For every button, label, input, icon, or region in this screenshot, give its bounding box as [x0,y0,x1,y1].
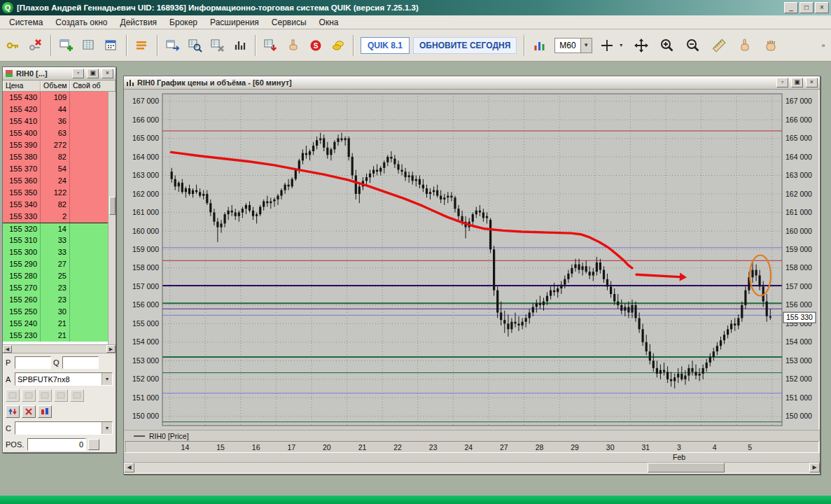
scrollbar-track[interactable] [12,345,106,353]
orderbook-tool-button-3[interactable] [38,389,52,402]
menu-item-2[interactable]: Действия [114,16,164,29]
transactions-table-button[interactable] [260,35,281,56]
menu-item-5[interactable]: Сервисы [265,16,313,29]
position-options-button[interactable] [88,439,99,450]
disconnect-button[interactable] [25,35,46,56]
quotes-list-button[interactable] [132,35,153,56]
column-volume[interactable]: Объем [41,80,70,91]
quik-version-button[interactable]: QUIK 8.1 [361,37,410,54]
pan-chart-button[interactable] [631,35,652,56]
position-input[interactable] [27,438,86,451]
orderbook-vertical-scrollbar[interactable] [108,92,116,344]
minimize-button[interactable]: _ [784,2,798,13]
chart-style-button[interactable] [529,35,550,56]
orderbook-ask-row[interactable]: 155 37054 [3,163,116,175]
menu-item-0[interactable]: Система [3,16,49,29]
mini-chart-button[interactable] [230,35,251,56]
orderbook-titlebar[interactable]: RIH0 [...] ▫ ▣ × [3,67,116,80]
connect-button[interactable] [3,35,24,56]
scrollbar-track[interactable] [134,463,809,472]
svg-text:160 000: 160 000 [785,227,812,235]
orderbook-ask-row[interactable]: 155 38082 [3,151,116,163]
menu-item-3[interactable]: Брокер [163,16,204,29]
toolbar-overflow-button[interactable]: » [818,34,828,57]
zoom-in-button[interactable] [657,35,678,56]
orderbook-ask-row[interactable]: 155 41036 [3,115,116,127]
orderbook-bid-row[interactable]: 155 24021 [3,318,116,330]
scrollbar-thumb[interactable] [109,197,116,215]
window-minimize-button[interactable]: ▫ [776,78,788,88]
create-window-button[interactable] [56,35,77,56]
orderbook-bid-row[interactable]: 155 32014 [3,223,116,234]
orderbook-ask-row[interactable]: 155 390272 [3,139,116,151]
orderbook-bid-row[interactable]: 155 26023 [3,294,116,306]
orderbook-bid-row[interactable]: 155 25030 [3,306,116,318]
orderbook-bid-row[interactable]: 155 31033 [3,234,116,246]
update-today-button[interactable]: ОБНОВИТЕ СЕГОДНЯ [413,37,517,54]
svg-text:158 000: 158 000 [785,263,812,272]
chart-horizontal-scrollbar[interactable]: ◀ ▶ [124,462,820,472]
close-table-button[interactable] [207,35,228,56]
quantity-input[interactable] [62,356,99,369]
orderbook-ask-row[interactable]: 155 430109 [3,92,116,104]
window-minimize-button[interactable]: ▫ [72,69,84,78]
scroll-right-arrow[interactable]: ▶ [106,345,116,353]
orderbook-action-button-3[interactable] [38,405,52,418]
x-axis-label-4: 4 [713,443,717,451]
orderbook-tool-button-5[interactable] [70,389,84,402]
menu-item-4[interactable]: Расширения [204,16,265,29]
close-button[interactable]: × [815,2,829,13]
crosshair-dropdown-caret[interactable]: ▼ [617,35,625,56]
orderbook-bid-row[interactable]: 155 27023 [3,282,116,294]
chart-titlebar[interactable]: RIH0 График цены и объёма - [60 минут] ▫… [124,76,820,90]
orderbook-tool-button-1[interactable] [6,389,20,402]
price-chart[interactable]: 150 000150 000151 000151 000152 000152 0… [124,90,820,430]
send-order-button[interactable] [283,35,304,56]
menu-item-1[interactable]: Создать окно [49,16,113,29]
scroll-left-arrow[interactable]: ◀ [3,345,12,353]
crosshair-button[interactable] [596,35,617,56]
scroll-right-arrow[interactable]: ▶ [809,463,820,472]
client-select[interactable]: ▼ [15,421,113,435]
orderbook-ask-row[interactable]: 155 40063 [3,127,116,139]
orderbook-horizontal-scrollbar[interactable]: ◀ ▶ [3,344,116,354]
orderbook-tool-button-2[interactable] [22,389,36,402]
open-table-button[interactable] [78,35,99,56]
orderbook-ask-row[interactable]: 155 42044 [3,104,116,115]
orderbook-ask-row[interactable]: 155 36024 [3,175,116,187]
svg-text:164 000: 164 000 [785,153,812,161]
orderbook-bid-row[interactable]: 155 28025 [3,270,116,282]
pointer-hand-button[interactable] [734,35,755,56]
window-restore-button[interactable]: ▣ [87,69,99,78]
orderbook-bid-row[interactable]: 155 30033 [3,246,116,258]
menu-item-6[interactable]: Окна [313,16,345,29]
grab-hand-button[interactable] [760,35,781,56]
window-restore-button[interactable]: ▣ [791,78,803,88]
svg-text:165 000: 165 000 [785,134,812,142]
window-close-button[interactable]: × [102,69,113,78]
scrollbar-thumb[interactable] [648,463,725,472]
orderbook-action-button-2[interactable] [22,405,36,418]
interval-select[interactable]: M60 ▼ [554,38,592,53]
orderbook-action-button-1[interactable] [6,405,20,418]
maximize-button[interactable]: □ [799,2,813,13]
orderbook-ask-row[interactable]: 155 34082 [3,199,116,211]
stop-order-button[interactable]: S [305,35,326,56]
orderbook-bid-row[interactable]: 155 29027 [3,258,116,270]
orderbook-bid-row[interactable]: 155 23021 [3,330,116,342]
orderbook-ask-row[interactable]: 155 3302 [3,211,116,223]
instrument-select[interactable]: SPBFUTK7nx8 ▼ [15,372,113,386]
window-close-button[interactable]: × [806,78,818,88]
orderbook-tool-button-4[interactable] [54,389,68,402]
scroll-left-arrow[interactable]: ◀ [124,463,134,472]
zoom-out-button[interactable] [683,35,704,56]
limits-money-button[interactable] [328,35,349,56]
calendar-button[interactable] [101,35,122,56]
column-price[interactable]: Цена [3,80,41,91]
export-window-button[interactable] [162,35,183,56]
price-input[interactable] [15,356,51,369]
column-own[interactable]: Свой об [70,80,116,91]
find-in-table-button[interactable] [185,35,206,56]
orderbook-ask-row[interactable]: 155 350122 [3,187,116,199]
ruler-button[interactable] [708,35,729,56]
